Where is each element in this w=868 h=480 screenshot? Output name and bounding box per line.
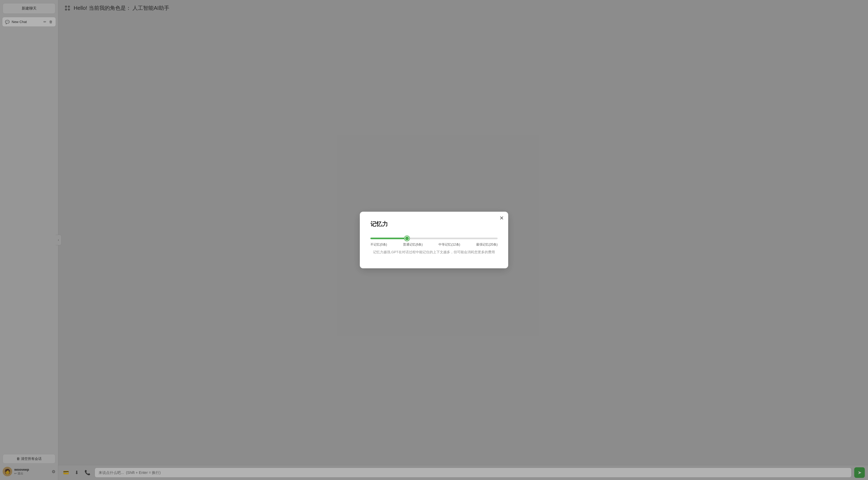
slider-container: 不记忆(0条) 普通记忆(6条) 中等记忆(12条) 最强记忆(20条) 记忆力… bbox=[370, 236, 498, 255]
modal-close-button[interactable]: ✕ bbox=[499, 215, 504, 221]
modal-title: 记忆力 bbox=[370, 220, 498, 228]
label-max-memory: 最强记忆(20条) bbox=[476, 242, 498, 247]
label-no-memory: 不记忆(0条) bbox=[370, 242, 387, 247]
memory-slider[interactable] bbox=[370, 238, 498, 239]
memory-modal: ✕ 记忆力 不记忆(0条) 普通记忆(6条) 中等记忆(12条) 最强记忆(20… bbox=[360, 212, 508, 269]
label-normal-memory: 普通记忆(6条) bbox=[403, 242, 423, 247]
label-medium-memory: 中等记忆(12条) bbox=[438, 242, 460, 247]
slider-description: 记忆力越强,GPT在对话过程中能记住的上下文越多，但可能会消耗您更多的费用 bbox=[370, 249, 498, 255]
modal-overlay[interactable]: ✕ 记忆力 不记忆(0条) 普通记忆(6条) 中等记忆(12条) 最强记忆(20… bbox=[0, 0, 868, 480]
slider-labels: 不记忆(0条) 普通记忆(6条) 中等记忆(12条) 最强记忆(20条) bbox=[370, 242, 498, 247]
